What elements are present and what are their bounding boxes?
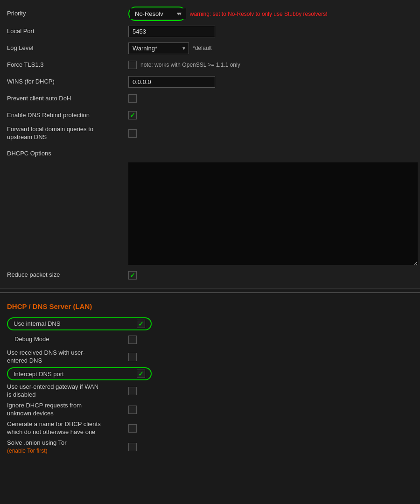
ignore-dhcp-row: Ignore DHCP requests from unknown device… xyxy=(7,400,413,419)
forward-local-label: Forward local domain queries to upstream… xyxy=(7,126,128,141)
prevent-doh-checkbox[interactable] xyxy=(128,94,137,103)
solve-onion-row: Solve .onion using Tor (enable Tor first… xyxy=(7,438,413,456)
log-level-select[interactable]: Warning* Debug Info Error xyxy=(128,42,189,54)
user-entered-gw-row: Use user-entered gateway if WAN is disab… xyxy=(7,382,413,400)
intercept-dns-highlight: Intercept DNS port xyxy=(7,367,152,380)
local-port-control xyxy=(128,26,215,37)
force-tls-row: Force TLS1.3 note: works with OpenSSL >=… xyxy=(7,56,413,73)
reduce-packet-control xyxy=(128,271,137,280)
use-internal-dns-row: Use internal DNS xyxy=(7,316,413,332)
user-entered-gw-checkbox[interactable] xyxy=(128,387,137,395)
priority-label: Priority xyxy=(7,10,128,18)
debug-mode-row: Debug Mode xyxy=(7,332,413,348)
forward-local-row: Forward local domain queries to upstream… xyxy=(7,124,413,143)
ignore-dhcp-checkbox[interactable] xyxy=(128,406,137,414)
lan-title: DHCP / DNS Server (LAN) xyxy=(7,301,413,312)
priority-warning: warning: set to No-Resolv to only use St… xyxy=(190,11,328,17)
dns-rebind-control xyxy=(128,111,137,119)
reduce-packet-label: Reduce packet size xyxy=(7,271,128,279)
priority-control: No-Resolv Resolv Local Strict ▼ warning:… xyxy=(128,7,328,21)
local-port-input[interactable] xyxy=(128,26,215,37)
log-level-note: *default xyxy=(193,45,212,51)
intercept-dns-checkbox[interactable] xyxy=(137,370,145,378)
log-level-select-wrapper: Warning* Debug Info Error xyxy=(128,42,189,54)
use-received-dns-checkbox[interactable] xyxy=(128,353,137,361)
prevent-doh-control xyxy=(128,94,137,103)
forward-local-checkbox[interactable] xyxy=(128,129,137,138)
force-tls-control: note: works with OpenSSL >= 1.1.1 only xyxy=(128,61,240,69)
dns-rebind-checkbox[interactable] xyxy=(128,111,137,119)
dns-rebind-row: Enable DNS Rebind protection xyxy=(7,107,413,124)
use-internal-dns-checkbox[interactable] xyxy=(137,320,145,328)
generate-name-row: Generate a name for DHCP clients which d… xyxy=(7,419,413,438)
wins-row: WINS (for DHCP) xyxy=(7,73,413,90)
debug-mode-checkbox[interactable] xyxy=(128,336,137,344)
wins-control xyxy=(128,76,215,88)
reduce-packet-checkbox[interactable] xyxy=(128,271,137,280)
solve-onion-checkbox[interactable] xyxy=(128,443,137,451)
forward-local-control xyxy=(128,129,137,138)
wins-input[interactable] xyxy=(128,76,215,88)
dns-rebind-label: Enable DNS Rebind protection xyxy=(7,112,128,119)
log-level-label: Log Level xyxy=(7,44,128,52)
priority-row: Priority No-Resolv Resolv Local Strict ▼… xyxy=(7,5,413,23)
prevent-doh-label: Prevent client auto DoH xyxy=(7,95,128,103)
local-port-row: Local Port xyxy=(7,23,413,40)
generate-name-label: Generate a name for DHCP clients which d… xyxy=(7,420,128,436)
solve-onion-label: Solve .onion using Tor (enable Tor first… xyxy=(7,439,128,455)
intercept-dns-row: Intercept DNS port xyxy=(7,366,413,382)
use-internal-dns-label: Use internal DNS xyxy=(14,320,109,327)
priority-select-wrapper: No-Resolv Resolv Local Strict ▼ xyxy=(128,7,186,21)
force-tls-label: Force TLS1.3 xyxy=(7,61,128,69)
force-tls-checkbox[interactable] xyxy=(128,61,137,69)
debug-mode-label: Debug Mode xyxy=(7,336,128,343)
use-received-dns-row: Use received DNS with user- entered DNS xyxy=(7,348,413,366)
lan-section: DHCP / DNS Server (LAN) Use internal DNS… xyxy=(0,296,420,461)
intercept-dns-label: Intercept DNS port xyxy=(14,371,99,378)
dhcpc-textarea[interactable] xyxy=(128,162,418,265)
force-tls-note: note: works with OpenSSL >= 1.1.1 only xyxy=(140,62,240,68)
wins-label: WINS (for DHCP) xyxy=(7,78,128,86)
log-level-row: Log Level Warning* Debug Info Error *def… xyxy=(7,40,413,56)
enable-tor-link[interactable]: enable Tor first xyxy=(9,448,46,454)
generate-name-checkbox[interactable] xyxy=(128,424,137,433)
local-port-label: Local Port xyxy=(7,28,128,35)
dhcpc-label: DHCPC Options xyxy=(7,146,128,158)
reduce-packet-row: Reduce packet size xyxy=(7,267,413,284)
top-section: Priority No-Resolv Resolv Local Strict ▼… xyxy=(0,0,420,289)
dhcpc-row: DHCPC Options xyxy=(7,143,413,161)
priority-select[interactable]: No-Resolv Resolv Local Strict xyxy=(130,8,186,19)
use-received-dns-label: Use received DNS with user- entered DNS xyxy=(7,349,128,365)
use-internal-dns-highlight: Use internal DNS xyxy=(7,317,152,330)
user-entered-gw-label: Use user-entered gateway if WAN is disab… xyxy=(7,383,128,399)
log-level-control: Warning* Debug Info Error *default xyxy=(128,42,212,54)
ignore-dhcp-label: Ignore DHCP requests from unknown device… xyxy=(7,402,128,418)
prevent-doh-row: Prevent client auto DoH xyxy=(7,90,413,107)
